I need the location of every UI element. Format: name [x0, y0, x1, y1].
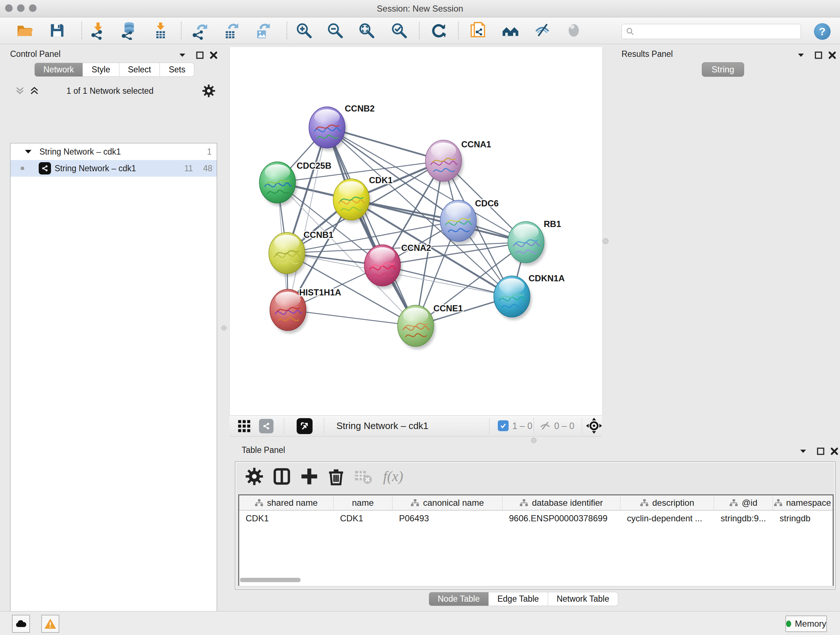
node-table[interactable]: shared name name canonical name database…: [238, 494, 834, 586]
save-session-icon[interactable]: [48, 21, 66, 40]
memory-label: Memory: [795, 619, 826, 629]
tab-style[interactable]: Style: [83, 63, 119, 77]
node-CDC6[interactable]: [440, 200, 478, 244]
panel-menu-icon[interactable]: [177, 51, 188, 60]
cell-shared-name[interactable]: CDK1: [239, 510, 333, 526]
tab-network-table[interactable]: Network Table: [548, 592, 618, 606]
close-panel-icon[interactable]: [829, 447, 840, 456]
toolbar-separator: [181, 22, 182, 39]
column-header[interactable]: name: [333, 495, 393, 510]
tab-select[interactable]: Select: [119, 63, 160, 77]
bottom-splitter-handle[interactable]: [531, 438, 537, 443]
node-label-CCNB2: CCNB2: [345, 103, 375, 113]
zoom-out-icon[interactable]: [325, 21, 344, 40]
network-options-gear-icon[interactable]: [202, 84, 216, 98]
float-panel-icon[interactable]: [815, 447, 826, 456]
graphics-detail-icon[interactable]: [564, 21, 583, 40]
cell-name[interactable]: CDK1: [333, 510, 393, 526]
float-panel-icon[interactable]: [195, 51, 205, 60]
node-CDC25B[interactable]: [259, 162, 297, 206]
delete-table-icon[interactable]: [354, 467, 372, 486]
node-CCNA2[interactable]: [364, 245, 402, 289]
network-column-icon: [255, 499, 264, 507]
network-row-selected[interactable]: String Network – cdk1 11 48: [11, 160, 217, 177]
import-database-icon[interactable]: [119, 21, 138, 40]
open-session-icon[interactable]: [15, 21, 34, 40]
clone-network-icon[interactable]: [469, 21, 488, 40]
column-header[interactable]: @id: [714, 495, 773, 510]
warning-button[interactable]: [41, 615, 59, 633]
node-CCNB2[interactable]: [309, 107, 347, 151]
tab-sets[interactable]: Sets: [160, 63, 194, 77]
cell-namespace[interactable]: stringdb: [773, 510, 832, 526]
title-bar: Session: New Session: [0, 0, 840, 17]
node-CCNA1[interactable]: [425, 140, 463, 184]
show-columns-icon[interactable]: [272, 467, 291, 486]
export-table-icon[interactable]: [221, 21, 240, 40]
import-table-icon[interactable]: [151, 21, 170, 40]
birdseye-view-icon[interactable]: [297, 418, 313, 434]
fit-content-crosshair-icon[interactable]: [586, 418, 602, 434]
network-view[interactable]: CCNB2CCNA1CDC25BCDK1CDC6RB1CCNB1CCNA2CDK…: [229, 47, 603, 415]
delete-column-icon[interactable]: [327, 467, 346, 486]
node-CDK1[interactable]: [333, 179, 371, 223]
search-field[interactable]: [622, 24, 801, 39]
add-column-icon[interactable]: [300, 467, 319, 486]
edge-CCNB2-HIST1H1A[interactable]: [288, 127, 327, 310]
node-CCNE1[interactable]: [398, 305, 436, 349]
cell-database-identifier[interactable]: 9606.ENSP00000378699: [502, 510, 621, 526]
tab-edge-table[interactable]: Edge Table: [489, 592, 548, 606]
node-CCNB1[interactable]: [269, 233, 307, 277]
export-image-icon[interactable]: [253, 21, 271, 40]
cell-id[interactable]: stringdb:9...: [714, 510, 773, 526]
tab-network[interactable]: Network: [34, 63, 83, 77]
panel-menu-icon[interactable]: [798, 447, 809, 456]
import-network-icon[interactable]: [88, 21, 107, 40]
function-builder-icon[interactable]: f(x): [383, 468, 403, 485]
zoom-in-icon[interactable]: [294, 21, 313, 40]
network-canvas[interactable]: CCNB2CCNA1CDC25BCDK1CDC6RB1CCNB1CCNA2CDK…: [230, 47, 602, 415]
close-panel-icon[interactable]: [827, 51, 838, 60]
search-input[interactable]: [635, 27, 792, 36]
tab-string[interactable]: String: [702, 62, 744, 77]
column-header[interactable]: description: [621, 495, 714, 510]
close-panel-icon[interactable]: [208, 51, 219, 60]
share-network-icon[interactable]: [259, 419, 273, 433]
node-RB1[interactable]: [508, 222, 546, 266]
right-splitter-handle[interactable]: [603, 238, 608, 244]
hidden-eye-icon[interactable]: [539, 420, 551, 431]
node-CDKN1A[interactable]: [494, 276, 532, 320]
left-splitter-handle[interactable]: [221, 325, 226, 331]
first-neighbors-icon[interactable]: [501, 21, 520, 40]
zoom-selected-icon[interactable]: [390, 21, 409, 40]
help-button[interactable]: ?: [814, 23, 831, 40]
refresh-icon[interactable]: [429, 21, 448, 40]
cloud-button[interactable]: [12, 615, 30, 633]
column-header[interactable]: namespace: [773, 495, 832, 510]
panel-menu-icon[interactable]: [796, 51, 807, 60]
memory-button[interactable]: Memory: [785, 616, 827, 632]
grid-view-icon[interactable]: [237, 419, 251, 433]
column-header[interactable]: canonical name: [393, 495, 502, 510]
export-network-icon[interactable]: [190, 21, 209, 40]
disclosure-triangle-icon[interactable]: [24, 148, 33, 156]
column-header[interactable]: shared name: [239, 495, 333, 510]
status-bar: Memory: [0, 611, 840, 635]
cell-description[interactable]: cyclin-dependent ...: [621, 510, 714, 526]
control-panel-title: Control Panel: [10, 49, 60, 59]
window-title: Session: New Session: [0, 4, 840, 14]
cell-canonical-name[interactable]: P06493: [393, 510, 502, 526]
zoom-fit-icon[interactable]: [357, 21, 376, 40]
cloud-icon: [15, 619, 27, 629]
horizontal-scrollbar[interactable]: [240, 578, 301, 582]
table-options-gear-icon[interactable]: [245, 467, 264, 486]
collection-label: String Network – cdk1: [39, 147, 121, 157]
float-panel-icon[interactable]: [813, 51, 824, 60]
network-collection-row[interactable]: String Network – cdk1 1: [11, 143, 217, 160]
network-column-icon: [774, 499, 783, 507]
column-header[interactable]: database identifier: [502, 495, 621, 510]
hide-selected-icon[interactable]: [533, 21, 552, 40]
table-row[interactable]: CDK1 CDK1 P06493 9606.ENSP00000378699 cy…: [239, 510, 833, 526]
selected-checkbox-icon[interactable]: [498, 420, 508, 431]
tab-node-table[interactable]: Node Table: [429, 592, 489, 606]
